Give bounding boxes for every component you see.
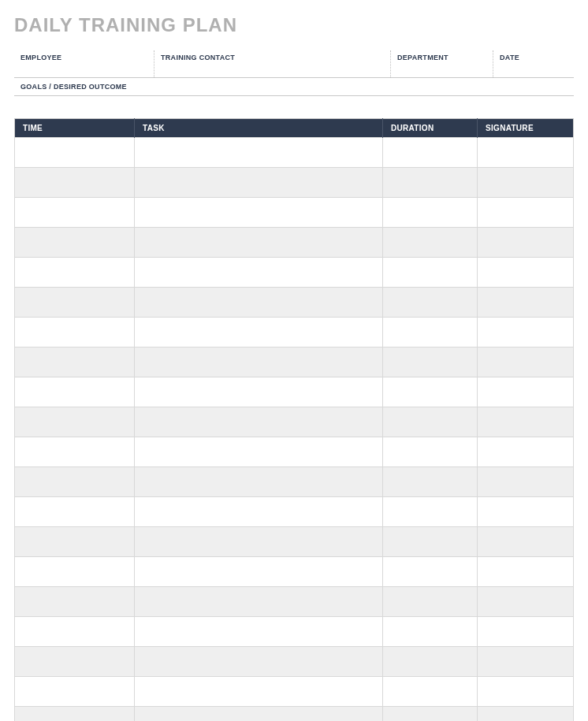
cell-duration[interactable] [383,497,478,527]
cell-signature[interactable] [478,677,574,707]
cell-task[interactable] [135,677,383,707]
table-header-row: TIME TASK DURATION SIGNATURE [15,119,574,138]
cell-task[interactable] [135,168,383,198]
cell-duration[interactable] [383,707,478,722]
cell-signature[interactable] [478,647,574,677]
cell-signature[interactable] [478,497,574,527]
cell-time[interactable] [15,647,135,677]
table-row [15,527,574,557]
cell-time[interactable] [15,467,135,497]
cell-duration[interactable] [383,288,478,318]
cell-signature[interactable] [478,318,574,347]
cell-signature[interactable] [478,407,574,437]
cell-task[interactable] [135,228,383,258]
table-row [15,617,574,647]
cell-time[interactable] [15,617,135,647]
cell-time[interactable] [15,587,135,617]
table-row [15,407,574,437]
goals-label: GOALS / DESIRED OUTCOME [14,78,574,95]
cell-signature[interactable] [478,467,574,497]
cell-time[interactable] [15,138,135,168]
cell-duration[interactable] [383,617,478,647]
cell-time[interactable] [15,198,135,228]
cell-task[interactable] [135,437,383,467]
cell-task[interactable] [135,497,383,527]
date-label: DATE [493,50,574,63]
cell-signature[interactable] [478,228,574,258]
cell-task[interactable] [135,557,383,587]
contact-cell: TRAINING CONTACT [154,50,391,77]
cell-task[interactable] [135,707,383,722]
cell-signature[interactable] [478,198,574,228]
cell-time[interactable] [15,288,135,318]
cell-duration[interactable] [383,168,478,198]
department-value[interactable] [391,63,493,77]
cell-signature[interactable] [478,557,574,587]
cell-duration[interactable] [383,437,478,467]
contact-label: TRAINING CONTACT [154,50,390,63]
cell-time[interactable] [15,707,135,722]
cell-duration[interactable] [383,318,478,347]
cell-signature[interactable] [478,437,574,467]
contact-value[interactable] [154,63,390,77]
table-row [15,707,574,722]
cell-duration[interactable] [383,677,478,707]
cell-task[interactable] [135,587,383,617]
cell-signature[interactable] [478,707,574,722]
cell-duration[interactable] [383,647,478,677]
cell-signature[interactable] [478,587,574,617]
table-row [15,258,574,288]
cell-time[interactable] [15,407,135,437]
cell-time[interactable] [15,318,135,347]
cell-signature[interactable] [478,527,574,557]
cell-duration[interactable] [383,228,478,258]
cell-task[interactable] [135,647,383,677]
cell-signature[interactable] [478,617,574,647]
cell-task[interactable] [135,617,383,647]
cell-duration[interactable] [383,377,478,407]
cell-time[interactable] [15,497,135,527]
date-value[interactable] [493,63,574,77]
cell-signature[interactable] [478,168,574,198]
cell-duration[interactable] [383,467,478,497]
cell-signature[interactable] [478,347,574,377]
cell-duration[interactable] [383,138,478,168]
cell-time[interactable] [15,258,135,288]
cell-task[interactable] [135,377,383,407]
table-row [15,647,574,677]
cell-task[interactable] [135,467,383,497]
cell-time[interactable] [15,437,135,467]
cell-time[interactable] [15,557,135,587]
cell-task[interactable] [135,138,383,168]
table-row [15,497,574,527]
cell-duration[interactable] [383,587,478,617]
cell-signature[interactable] [478,138,574,168]
cell-task[interactable] [135,527,383,557]
cell-signature[interactable] [478,288,574,318]
cell-task[interactable] [135,318,383,347]
cell-duration[interactable] [383,198,478,228]
cell-signature[interactable] [478,258,574,288]
cell-task[interactable] [135,198,383,228]
cell-time[interactable] [15,168,135,198]
cell-task[interactable] [135,288,383,318]
employee-value[interactable] [14,63,154,77]
cell-time[interactable] [15,677,135,707]
cell-time[interactable] [15,228,135,258]
cell-time[interactable] [15,377,135,407]
cell-duration[interactable] [383,557,478,587]
cell-time[interactable] [15,527,135,557]
cell-signature[interactable] [478,377,574,407]
cell-task[interactable] [135,347,383,377]
cell-duration[interactable] [383,527,478,557]
cell-task[interactable] [135,407,383,437]
header-signature: SIGNATURE [478,119,574,138]
table-row [15,677,574,707]
cell-time[interactable] [15,347,135,377]
cell-duration[interactable] [383,347,478,377]
table-row [15,318,574,347]
cell-duration[interactable] [383,407,478,437]
cell-duration[interactable] [383,258,478,288]
cell-task[interactable] [135,258,383,288]
table-row [15,437,574,467]
